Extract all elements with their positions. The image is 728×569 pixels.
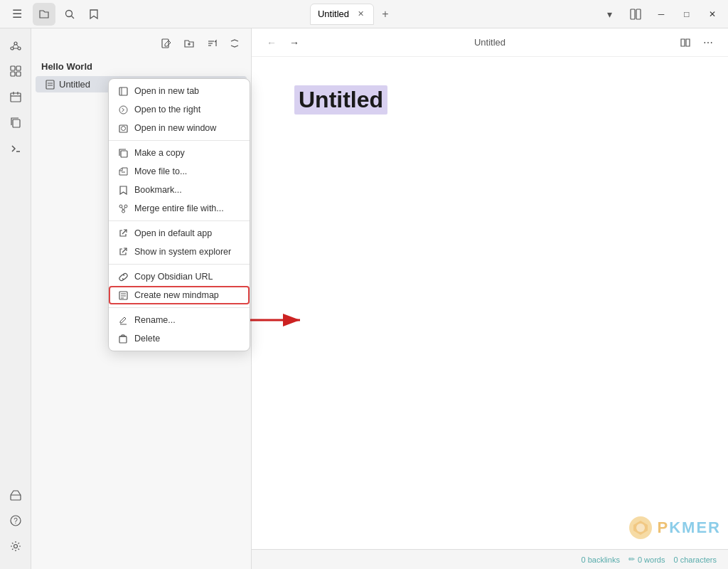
new-note-icon[interactable] <box>157 34 176 53</box>
file-name: Untitled <box>59 79 90 90</box>
search-btn[interactable] <box>60 4 80 24</box>
ctx-copy-url[interactable]: Copy Obsidian URL <box>109 267 250 286</box>
ctx-open-new-window-label: Open in new window <box>134 123 216 133</box>
grid-icon[interactable] <box>4 60 27 83</box>
title-bar: ☰ Untitled ✕ + ▾ ─ □ ✕ <box>0 0 728 28</box>
svg-point-35 <box>119 106 127 114</box>
ctx-open-new-window[interactable]: Open in new window <box>109 119 250 137</box>
svg-point-0 <box>66 10 73 16</box>
svg-rect-3 <box>636 9 641 19</box>
inbox-icon[interactable] <box>4 484 27 506</box>
delete-icon <box>117 333 129 344</box>
ctx-create-mindmap[interactable]: Create new mindmap <box>109 286 250 304</box>
tab-bar: Untitled ✕ + <box>310 4 394 25</box>
ctx-delete-label: Delete <box>134 334 160 344</box>
files-btn[interactable] <box>33 3 55 26</box>
new-folder-icon[interactable] <box>180 34 198 53</box>
icon-sidebar-bottom: ? <box>4 484 27 563</box>
editor-file-title: Untitled <box>303 37 677 48</box>
svg-line-44 <box>124 207 125 210</box>
open-window-icon <box>117 122 129 134</box>
ctx-rename[interactable]: Rename... <box>109 311 250 329</box>
ctx-open-right-label: Open to the right <box>134 105 200 115</box>
mindmap-icon <box>117 289 129 301</box>
sort-icon[interactable] <box>203 34 221 53</box>
svg-line-8 <box>16 45 18 48</box>
ctx-separator-4 <box>109 307 250 308</box>
merge-icon <box>117 203 129 214</box>
editor-area: ← → Untitled ⋯ Untitled 0 backlinks ✏ 0 … <box>252 28 728 569</box>
red-arrow-indicator <box>242 309 306 336</box>
pkmer-watermark: PKMER <box>628 515 721 541</box>
svg-point-37 <box>121 126 125 130</box>
ctx-merge-file-label: Merge entire file with... <box>134 203 224 213</box>
ctx-rename-label: Rename... <box>134 315 176 325</box>
reading-view-btn[interactable] <box>677 34 694 51</box>
file-panel-header <box>31 28 251 58</box>
open-new-tab-icon <box>117 85 129 97</box>
back-btn[interactable]: ← <box>263 34 280 51</box>
window-controls: ▾ ─ □ ✕ <box>600 4 722 24</box>
editor-content[interactable]: Untitled <box>252 57 728 549</box>
ctx-make-copy-label: Make a copy <box>134 148 185 158</box>
active-tab[interactable]: Untitled ✕ <box>310 4 374 25</box>
tab-dropdown-btn[interactable]: ▾ <box>600 4 620 24</box>
ctx-show-explorer[interactable]: Show in system explorer <box>109 243 250 261</box>
svg-rect-11 <box>16 66 21 70</box>
ctx-open-default[interactable]: Open in default app <box>109 224 250 243</box>
status-bar: 0 backlinks ✏ 0 words 0 characters <box>252 549 728 569</box>
close-btn[interactable]: ✕ <box>702 4 722 24</box>
sidebar-toggle-btn[interactable]: ☰ <box>6 3 28 26</box>
more-options-btn[interactable]: ⋯ <box>700 34 717 51</box>
make-copy-icon <box>117 147 129 159</box>
terminal-icon[interactable] <box>4 137 27 159</box>
words-status[interactable]: ✏ 0 words <box>628 555 665 564</box>
graph-view-icon[interactable] <box>4 34 27 57</box>
ctx-open-default-label: Open in default app <box>134 228 212 238</box>
svg-rect-38 <box>121 151 127 157</box>
layout-btn[interactable] <box>626 4 646 24</box>
svg-rect-30 <box>46 80 54 89</box>
ctx-bookmark[interactable]: Bookmark... <box>109 181 250 199</box>
editor-toolbar: ← → Untitled ⋯ <box>252 28 728 57</box>
pencil-icon: ✏ <box>628 555 635 564</box>
tab-label: Untitled <box>318 9 349 19</box>
ctx-open-right[interactable]: Open to the right <box>109 100 250 119</box>
tab-close-btn[interactable]: ✕ <box>355 9 366 20</box>
backlinks-label: 0 backlinks <box>582 555 620 564</box>
collapse-icon[interactable] <box>225 34 244 53</box>
icon-sidebar: ? <box>0 28 31 569</box>
ctx-make-copy[interactable]: Make a copy <box>109 144 250 162</box>
characters-label: 0 characters <box>673 555 717 564</box>
forward-btn[interactable]: → <box>286 34 303 51</box>
document-title: Untitled <box>294 85 387 115</box>
bookmark-btn[interactable] <box>84 4 104 24</box>
minimize-btn[interactable]: ─ <box>651 4 671 24</box>
ctx-delete[interactable]: Delete <box>109 329 250 348</box>
help-icon[interactable]: ? <box>4 509 27 532</box>
svg-point-41 <box>124 205 127 208</box>
new-tab-btn[interactable]: + <box>377 6 394 23</box>
ctx-create-mindmap-label: Create new mindmap <box>134 290 219 300</box>
svg-point-4 <box>14 42 17 45</box>
settings-icon[interactable] <box>4 535 27 558</box>
copy-icon[interactable] <box>4 111 27 134</box>
words-label: 0 words <box>638 555 665 564</box>
svg-rect-18 <box>13 119 20 127</box>
ctx-merge-file[interactable]: Merge entire file with... <box>109 199 250 218</box>
ctx-separator-1 <box>109 140 250 141</box>
open-right-icon <box>117 104 129 115</box>
ctx-move-file[interactable]: Move file to... <box>109 162 250 181</box>
pkmer-text: PKMER <box>658 519 721 537</box>
ctx-open-new-tab[interactable]: Open in new tab <box>109 82 250 100</box>
characters-status[interactable]: 0 characters <box>673 555 717 564</box>
icon-sidebar-top <box>4 34 27 481</box>
ctx-show-explorer-label: Show in system explorer <box>134 247 231 257</box>
open-default-icon <box>117 228 129 239</box>
calendar-icon[interactable] <box>4 85 27 108</box>
copy-url-icon <box>117 271 129 282</box>
folder-title: Hello World <box>31 58 251 76</box>
backlinks-status[interactable]: 0 backlinks <box>582 555 620 564</box>
maximize-btn[interactable]: □ <box>677 4 697 24</box>
svg-rect-33 <box>119 87 127 95</box>
